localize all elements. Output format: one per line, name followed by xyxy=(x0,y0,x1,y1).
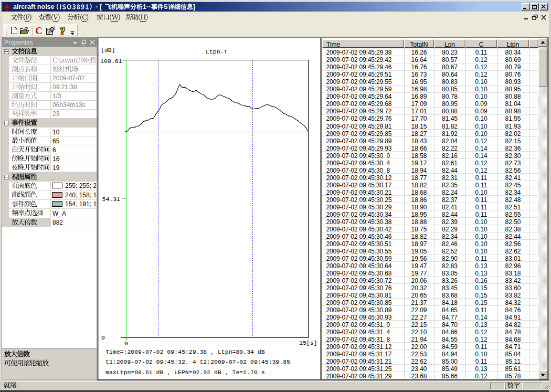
svg-text:Time=:2009-07-02 09:45:29.38 ,: Time=:2009-07-02 09:45:29.38 , Ltpn=80.3… xyxy=(105,348,265,355)
svg-text:Ltpn-T: Ltpn-T xyxy=(206,48,228,55)
svg-text:[dB]: [dB] xyxy=(101,47,115,54)
svg-text:maxLtpn=98.61 dB , LEPN=92.92: maxLtpn=98.61 dB , LEPN=92.92 dB , Te=2.… xyxy=(105,369,265,376)
svg-text:0: 0 xyxy=(101,334,105,341)
svg-text:0: 0 xyxy=(124,340,128,347)
svg-text:t1:2009-07-02 09:45:32. 4 t2:2: t1:2009-07-02 09:45:32. 4 t2:2009-07-02 … xyxy=(105,358,290,365)
svg-text:108.61: 108.61 xyxy=(100,58,122,65)
svg-text:15[s]: 15[s] xyxy=(299,340,317,346)
svg-text:54.31: 54.31 xyxy=(102,196,120,203)
